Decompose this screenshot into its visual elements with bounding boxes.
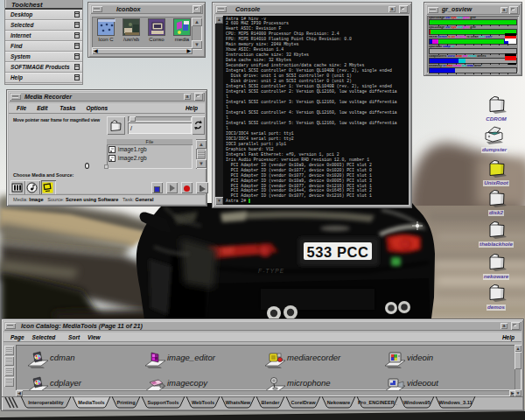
svg-text:Pro_ENGINEER_: Pro_ENGINEER_ (358, 400, 398, 405)
svg-text:WhatsNew: WhatsNew (226, 400, 251, 405)
svg-text:CorelDraw: CorelDraw (291, 400, 317, 405)
svg-text:Windows_3.11: Windows_3.11 (438, 400, 472, 405)
svg-text:Printing: Printing (116, 400, 136, 405)
svg-text:Windows95: Windows95 (403, 400, 430, 405)
svg-text:533 PCC: 533 PCC (306, 244, 368, 260)
svg-text:Interoperability: Interoperability (28, 400, 64, 405)
svg-text:SupportTools: SupportTools (148, 400, 179, 405)
svg-text:Nekoware: Nekoware (327, 400, 350, 405)
svg-text:WebTools: WebTools (192, 400, 214, 405)
svg-text:Blender: Blender (262, 400, 281, 405)
svg-text:MediaTools: MediaTools (78, 400, 104, 405)
